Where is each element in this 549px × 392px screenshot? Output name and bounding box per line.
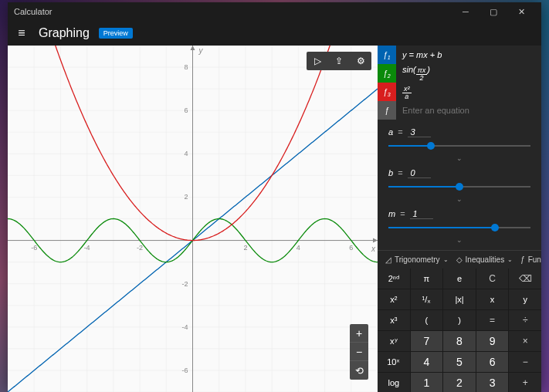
function-row[interactable]: ƒ2sin(πx2) (378, 64, 541, 83)
keypad: 2ⁿᵈπeC⌫x²¹/ₓ|x|xyx³()=÷xʸ789×10ˣ456−log1… (378, 269, 541, 392)
zoom-in-button[interactable]: + (350, 324, 368, 343)
graph-area[interactable]: -6-4-2246-6-4-22468xy ▷ ⇪ ⚙ + − ⟲ (8, 46, 378, 392)
variable-value[interactable]: 0 (408, 168, 431, 178)
category-inequalities[interactable]: ◇Inequalities⌄ (456, 255, 513, 264)
graph-toolbar: ▷ ⇪ ⚙ (307, 52, 371, 70)
category-label: Function (528, 255, 541, 264)
category-icon: ƒ (520, 255, 525, 264)
function-badge[interactable]: ƒ2 (378, 64, 396, 83)
key-x³[interactable]: x³ (378, 310, 410, 330)
category-trigonometry[interactable]: ◿Trigonometry⌄ (385, 255, 449, 264)
key-2ⁿᵈ[interactable]: 2ⁿᵈ (378, 269, 410, 289)
settings-icon[interactable]: ⚙ (350, 52, 371, 70)
variable-value[interactable]: 1 (410, 209, 433, 219)
svg-text:-2: -2 (181, 280, 188, 288)
key-¹/ₓ[interactable]: ¹/ₓ (411, 289, 443, 309)
function-list: ƒ1y = mx + bƒ2sin(πx2)ƒ3x²aƒ (378, 46, 541, 120)
category-icon: ◇ (456, 255, 463, 264)
key-÷[interactable]: ÷ (509, 310, 541, 330)
svg-text:8: 8 (184, 63, 188, 71)
close-button[interactable]: ✕ (507, 2, 535, 21)
key-1[interactable]: 1 (411, 373, 443, 392)
key-log[interactable]: log (378, 373, 410, 392)
trace-icon[interactable]: ▷ (307, 52, 328, 70)
variable-value[interactable]: 3 (408, 127, 431, 137)
variable-row: a=3 ⌄ (388, 127, 530, 162)
svg-text:-6: -6 (181, 367, 188, 374)
variable-slider[interactable] (388, 181, 530, 194)
key-6[interactable]: 6 (476, 352, 509, 372)
category-icon: ◿ (385, 255, 391, 264)
sidebar: ƒ1y = mx + bƒ2sin(πx2)ƒ3x²aƒ a=3 ⌄b=0 ⌄m… (378, 46, 541, 392)
category-function[interactable]: ƒFunction⌄ (520, 255, 541, 264)
category-label: Trigonometry (395, 255, 440, 264)
svg-text:6: 6 (184, 106, 188, 114)
maximize-button[interactable]: ▢ (480, 2, 507, 21)
key-⌫[interactable]: ⌫ (509, 269, 541, 289)
function-row[interactable]: ƒ3x²a (378, 83, 541, 101)
reset-view-button[interactable]: ⟲ (350, 361, 368, 380)
zoom-controls: + − ⟲ (350, 324, 368, 380)
variable-slider[interactable] (388, 222, 530, 235)
key-−[interactable]: − (509, 352, 541, 372)
key-8[interactable]: 8 (443, 331, 476, 351)
variable-name: m (388, 209, 395, 218)
function-row[interactable]: ƒ (378, 101, 541, 120)
variable-slider[interactable] (388, 140, 530, 153)
svg-text:6: 6 (349, 244, 353, 252)
svg-marker-34 (373, 238, 378, 243)
svg-text:-4: -4 (181, 323, 188, 331)
key-5[interactable]: 5 (443, 352, 476, 372)
function-badge[interactable]: ƒ1 (378, 46, 396, 64)
chevron-down-icon: ⌄ (443, 256, 449, 263)
key-7[interactable]: 7 (411, 331, 443, 351)
key-|x|[interactable]: |x| (443, 289, 476, 309)
key-C[interactable]: C (476, 269, 509, 289)
key-([interactable]: ( (411, 310, 443, 330)
app-header: ≡ Graphing Preview (8, 21, 541, 46)
equation-input[interactable] (396, 106, 541, 115)
category-label: Inequalities (466, 255, 505, 264)
svg-text:4: 4 (297, 244, 300, 252)
key-+[interactable]: + (509, 373, 541, 392)
key-3[interactable]: 3 (476, 373, 509, 392)
key-e[interactable]: e (443, 269, 476, 289)
app-window: Calculator ─ ▢ ✕ ≡ Graphing Preview -6-4… (8, 2, 541, 392)
share-icon[interactable]: ⇪ (328, 52, 350, 70)
variable-panel: a=3 ⌄b=0 ⌄m=1 ⌄ (378, 120, 541, 247)
svg-text:-4: -4 (84, 244, 90, 252)
svg-text:2: 2 (243, 244, 247, 252)
key-xʸ[interactable]: xʸ (378, 331, 410, 351)
variable-name: b (388, 168, 393, 177)
svg-text:-2: -2 (137, 244, 143, 252)
key-)[interactable]: ) (443, 310, 476, 330)
preview-badge: Preview (99, 28, 133, 39)
chevron-down-icon[interactable]: ⌄ (388, 236, 530, 244)
window-controls: ─ ▢ ✕ (452, 2, 535, 21)
menu-icon[interactable]: ≡ (14, 26, 29, 40)
key-π[interactable]: π (411, 269, 443, 289)
key-4[interactable]: 4 (411, 352, 443, 372)
key-9[interactable]: 9 (476, 331, 509, 351)
chevron-down-icon[interactable]: ⌄ (388, 154, 530, 162)
graph-canvas[interactable]: -6-4-2246-6-4-22468xy (8, 46, 378, 392)
key-y[interactable]: y (509, 289, 541, 309)
function-badge[interactable]: ƒ3 (378, 83, 396, 101)
titlebar[interactable]: Calculator ─ ▢ ✕ (8, 2, 541, 21)
category-row: ◿Trigonometry⌄◇Inequalities⌄ƒFunction⌄ (378, 250, 541, 269)
variable-name: a (388, 127, 393, 137)
svg-text:4: 4 (184, 150, 188, 157)
window-title: Calculator (14, 7, 452, 16)
key-x²[interactable]: x² (378, 289, 410, 309)
key-=[interactable]: = (476, 310, 509, 330)
zoom-out-button[interactable]: − (350, 343, 368, 361)
function-badge[interactable]: ƒ (378, 101, 396, 120)
key-x[interactable]: x (476, 289, 509, 309)
minimize-button[interactable]: ─ (452, 2, 480, 21)
chevron-down-icon[interactable]: ⌄ (388, 195, 530, 203)
variable-row: m=1 ⌄ (388, 209, 530, 244)
key-×[interactable]: × (509, 331, 541, 351)
key-10ˣ[interactable]: 10ˣ (378, 352, 410, 372)
key-2[interactable]: 2 (443, 373, 476, 392)
function-row[interactable]: ƒ1y = mx + b (378, 46, 541, 64)
